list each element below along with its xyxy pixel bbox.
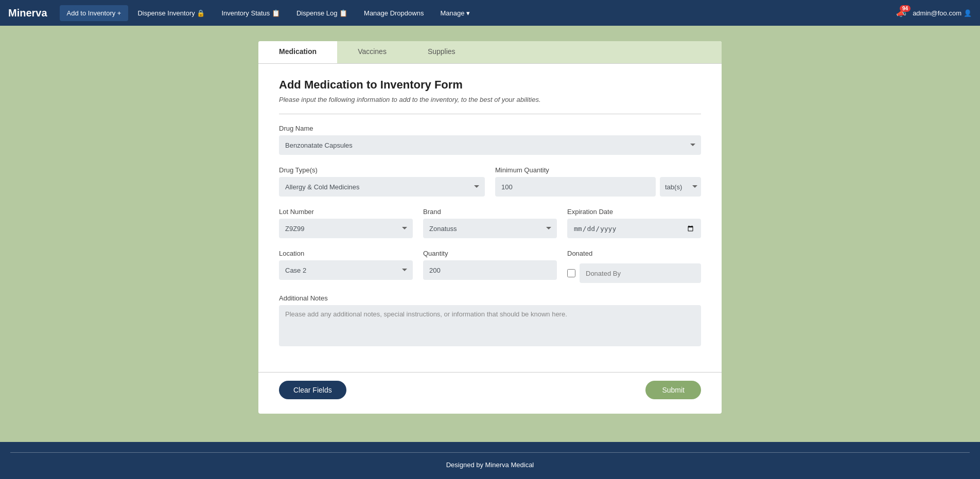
additional-notes-textarea[interactable]	[279, 305, 701, 346]
tab-vaccines[interactable]: Vaccines	[337, 41, 407, 63]
lot-number-select[interactable]: Z9Z99	[279, 219, 413, 238]
user-account[interactable]: admin@foo.com 👤	[913, 9, 972, 17]
quantity-input[interactable]	[423, 260, 557, 280]
navbar: Minerva Add to Inventory + Dispense Inve…	[0, 0, 980, 26]
donated-group: Donated	[567, 250, 701, 283]
location-qty-donated-row: Location Case 2 Quantity Donated	[279, 250, 701, 283]
nav-dispense-log[interactable]: Dispense Log 📋	[289, 5, 355, 21]
donated-row	[567, 263, 701, 283]
tab-medication[interactable]: Medication	[258, 41, 337, 63]
nav-links: Add to Inventory + Dispense Inventory 🔒 …	[60, 5, 897, 21]
donated-by-input[interactable]	[580, 263, 701, 283]
form-title: Add Medication to Inventory Form	[279, 78, 701, 92]
location-label: Location	[279, 250, 413, 257]
lot-brand-exp-row: Lot Number Z9Z99 Brand Zonatuss Expirati…	[279, 208, 701, 238]
brand-logo: Minerva	[8, 7, 47, 19]
drug-name-row: Drug Name Benzonatate Capsules	[279, 125, 701, 155]
nav-dispense-inventory[interactable]: Dispense Inventory 🔒	[130, 5, 212, 21]
clear-button[interactable]: Clear Fields	[279, 381, 346, 399]
form-footer: Clear Fields Submit	[258, 372, 722, 414]
brand-select[interactable]: Zonatuss	[423, 219, 557, 238]
location-select[interactable]: Case 2	[279, 260, 413, 280]
location-group: Location Case 2	[279, 250, 413, 283]
lot-number-group: Lot Number Z9Z99	[279, 208, 413, 238]
drug-name-select[interactable]: Benzonatate Capsules	[279, 135, 701, 155]
unit-select[interactable]: tab(s)	[660, 177, 701, 197]
drug-type-label: Drug Type(s)	[279, 166, 485, 174]
drug-name-label: Drug Name	[279, 125, 701, 132]
expiration-date-label: Expiration Date	[567, 208, 701, 216]
drug-type-select[interactable]: Allergy & Cold Medicines	[279, 177, 485, 197]
additional-notes-row: Additional Notes	[279, 294, 701, 346]
form-body: Add Medication to Inventory Form Please …	[258, 64, 722, 372]
notification-button[interactable]: 📣 94	[896, 8, 906, 18]
nav-add-inventory[interactable]: Add to Inventory +	[60, 5, 129, 21]
tabs: Medication Vaccines Supplies	[258, 41, 722, 64]
min-quantity-label: Minimum Quantity	[495, 166, 701, 174]
drug-type-group: Drug Type(s) Allergy & Cold Medicines	[279, 166, 485, 197]
main-content: Medication Vaccines Supplies Add Medicat…	[0, 26, 980, 442]
drug-type-minqty-row: Drug Type(s) Allergy & Cold Medicines Mi…	[279, 166, 701, 197]
tab-supplies[interactable]: Supplies	[407, 41, 476, 63]
form-container: Medication Vaccines Supplies Add Medicat…	[258, 41, 722, 414]
quantity-label: Quantity	[423, 250, 557, 257]
expiration-date-input[interactable]	[567, 219, 701, 238]
expiration-date-group: Expiration Date	[567, 208, 701, 238]
min-qty-input-group: tab(s)	[495, 177, 701, 197]
min-quantity-input[interactable]	[495, 177, 656, 197]
additional-notes-label: Additional Notes	[279, 294, 701, 302]
additional-notes-group: Additional Notes	[279, 294, 701, 346]
form-subtitle: Please input the following information t…	[279, 96, 701, 103]
nav-inventory-status[interactable]: Inventory Status 📋	[214, 5, 287, 21]
footer-text: Designed by Minerva Medical	[446, 461, 534, 469]
user-email: admin@foo.com	[913, 9, 961, 17]
page-footer: Designed by Minerva Medical	[0, 442, 980, 479]
brand-group: Brand Zonatuss	[423, 208, 557, 238]
donated-label: Donated	[567, 250, 701, 257]
submit-button[interactable]: Submit	[645, 381, 701, 399]
lot-number-label: Lot Number	[279, 208, 413, 216]
min-quantity-group: Minimum Quantity tab(s)	[495, 166, 701, 197]
notification-badge: 94	[900, 5, 911, 12]
nav-manage-dropdowns[interactable]: Manage Dropdowns	[357, 5, 431, 21]
brand-label: Brand	[423, 208, 557, 216]
nav-right: 📣 94 admin@foo.com 👤	[896, 8, 972, 18]
drug-name-group: Drug Name Benzonatate Capsules	[279, 125, 701, 155]
user-icon: 👤	[964, 9, 972, 17]
donated-checkbox[interactable]	[567, 269, 575, 277]
form-divider	[279, 114, 701, 114]
nav-manage[interactable]: Manage ▾	[433, 5, 477, 21]
quantity-group: Quantity	[423, 250, 557, 283]
